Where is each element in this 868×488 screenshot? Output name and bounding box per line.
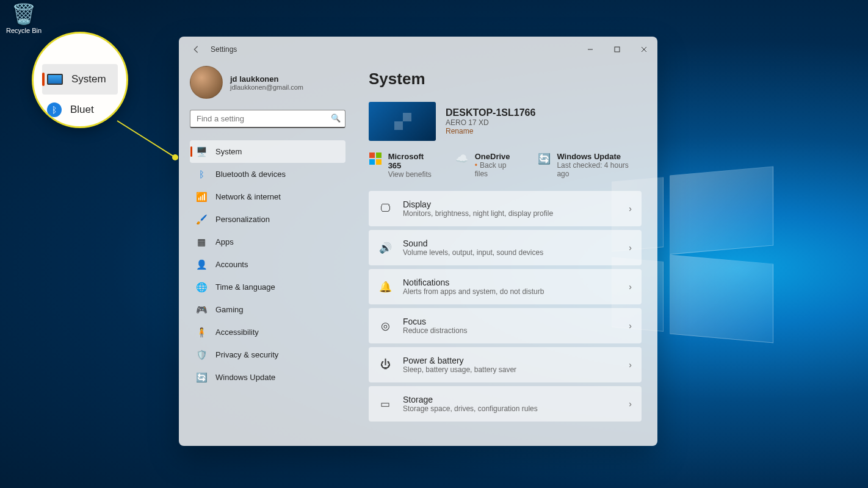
badge-title: Windows Update — [557, 152, 642, 161]
bluetooth-icon: ᛒ — [47, 102, 62, 117]
badge-update[interactable]: 🔄 Windows Update Last checked: 4 hours a… — [538, 152, 642, 179]
minimize-button[interactable] — [577, 40, 604, 59]
card-title: Notifications — [403, 278, 544, 287]
nav-time-language[interactable]: 🌐 Time & language — [190, 276, 345, 298]
maximize-button[interactable] — [604, 40, 631, 59]
card-storage[interactable]: ▭ StorageStorage space, drives, configur… — [369, 386, 642, 422]
nav-gaming[interactable]: 🎮 Gaming — [190, 298, 345, 321]
nav-privacy[interactable]: 🛡️ Privacy & security — [190, 343, 345, 366]
power-icon: ⏻ — [378, 359, 392, 371]
nav-label: System — [215, 147, 242, 156]
svg-rect-1 — [615, 47, 620, 52]
focus-icon: ◎ — [378, 320, 392, 332]
pc-thumbnail — [369, 102, 436, 141]
svg-rect-2 — [369, 152, 375, 158]
sidebar: jd laukkonen jdlaukkonen@gmail.com 🔍 🖥️ … — [179, 62, 353, 446]
nav-label: Gaming — [215, 305, 244, 314]
titlebar: Settings — [179, 37, 657, 62]
card-sound[interactable]: 🔊 SoundVolume levels, output, input, sou… — [369, 230, 642, 265]
badge-sub: Last checked: 4 hours ago — [557, 161, 642, 178]
card-sub: Reduce distractions — [403, 326, 467, 335]
card-focus[interactable]: ◎ FocusReduce distractions › — [369, 308, 642, 343]
badge-title: OneDrive — [475, 152, 521, 161]
callout-label: System — [71, 73, 106, 85]
close-button[interactable] — [631, 40, 657, 59]
svg-rect-3 — [376, 152, 382, 158]
nav-label: Network & internet — [215, 192, 281, 201]
card-sub: Sleep, battery usage, battery saver — [403, 365, 516, 374]
bluetooth-icon: ᛒ — [196, 169, 207, 180]
card-display[interactable]: 🖵 DisplayMonitors, brightness, night lig… — [369, 191, 642, 226]
nav-windows-update[interactable]: 🔄 Windows Update — [190, 366, 345, 389]
callout-label: Bluet — [70, 104, 94, 116]
card-power[interactable]: ⏻ Power & batterySleep, battery usage, b… — [369, 347, 642, 382]
avatar — [190, 66, 223, 99]
card-notifications[interactable]: 🔔 NotificationsAlerts from apps and syst… — [369, 269, 642, 304]
wifi-icon: 📶 — [196, 192, 207, 203]
badge-onedrive[interactable]: ☁️ OneDrive •Back up files — [455, 152, 521, 179]
badge-sub: •Back up files — [475, 161, 521, 178]
pc-info-row: DESKTOP-1SL1766 AERO 17 XD Rename — [369, 102, 642, 141]
chevron-right-icon: › — [629, 399, 632, 409]
person-icon: 👤 — [196, 259, 207, 270]
card-sub: Alerts from apps and system, do not dist… — [403, 287, 544, 296]
nav-label: Privacy & security — [215, 350, 278, 359]
chevron-right-icon: › — [629, 282, 632, 292]
apps-icon: ▦ — [196, 237, 207, 248]
recycle-bin-label: Recycle Bin — [6, 27, 42, 34]
badge-title: Microsoft 365 — [388, 152, 438, 170]
card-sub: Monitors, brightness, night light, displ… — [403, 209, 553, 218]
storage-icon: ▭ — [378, 398, 392, 411]
card-title: Sound — [403, 239, 543, 248]
accessibility-icon: 🧍 — [196, 327, 207, 338]
nav-accounts[interactable]: 👤 Accounts — [190, 253, 345, 276]
svg-rect-4 — [369, 159, 375, 165]
nav-label: Accounts — [215, 260, 248, 269]
page-title: System — [369, 70, 642, 88]
chevron-right-icon: › — [629, 243, 632, 253]
chevron-right-icon: › — [629, 360, 632, 370]
user-name: jd laukkonen — [230, 74, 303, 84]
display-icon: 🖵 — [378, 203, 392, 215]
nav-label: Bluetooth & devices — [215, 170, 286, 179]
onedrive-icon: ☁️ — [455, 152, 469, 165]
card-title: Power & battery — [403, 356, 516, 365]
main-content: System DESKTOP-1SL1766 AERO 17 XD Rename… — [353, 62, 657, 446]
recycle-bin-icon: 🗑️ — [5, 2, 43, 26]
nav-accessibility[interactable]: 🧍 Accessibility — [190, 321, 345, 343]
badge-sub: View benefits — [388, 170, 438, 179]
pc-name: DESKTOP-1SL1766 — [446, 107, 535, 118]
card-sub: Volume levels, output, input, sound devi… — [403, 248, 543, 257]
search-input[interactable] — [190, 110, 345, 128]
brush-icon: 🖌️ — [196, 214, 207, 225]
chevron-right-icon: › — [629, 321, 632, 331]
pc-model: AERO 17 XD — [446, 118, 535, 127]
user-email: jdlaukkonen@gmail.com — [230, 84, 303, 91]
account-row[interactable]: jd laukkonen jdlaukkonen@gmail.com — [190, 66, 345, 99]
card-title: Storage — [403, 395, 538, 404]
nav-apps[interactable]: ▦ Apps — [190, 231, 345, 253]
window-title: Settings — [211, 45, 237, 54]
chevron-right-icon: › — [629, 204, 632, 214]
system-icon: 🖥️ — [196, 146, 207, 157]
svg-rect-5 — [376, 159, 382, 165]
nav-network[interactable]: 📶 Network & internet — [190, 185, 345, 208]
card-title: Focus — [403, 317, 467, 326]
nav-label: Windows Update — [215, 373, 275, 382]
nav-label: Personalization — [215, 215, 270, 224]
update-icon: 🔄 — [538, 152, 551, 165]
globe-icon: 🌐 — [196, 282, 207, 293]
bell-icon: 🔔 — [378, 281, 392, 293]
rename-link[interactable]: Rename — [446, 127, 535, 135]
nav-bluetooth[interactable]: ᛒ Bluetooth & devices — [190, 163, 345, 185]
nav-system[interactable]: 🖥️ System — [190, 140, 345, 163]
card-sub: Storage space, drives, configuration rul… — [403, 404, 538, 413]
update-icon: 🔄 — [196, 372, 207, 383]
gamepad-icon: 🎮 — [196, 304, 207, 315]
microsoft365-icon — [369, 152, 382, 165]
badge-m365[interactable]: Microsoft 365 View benefits — [369, 152, 438, 179]
back-button[interactable] — [190, 43, 202, 56]
recycle-bin-shortcut[interactable]: 🗑️ Recycle Bin — [5, 2, 43, 34]
nav-label: Accessibility — [215, 328, 259, 337]
nav-personalization[interactable]: 🖌️ Personalization — [190, 208, 345, 231]
